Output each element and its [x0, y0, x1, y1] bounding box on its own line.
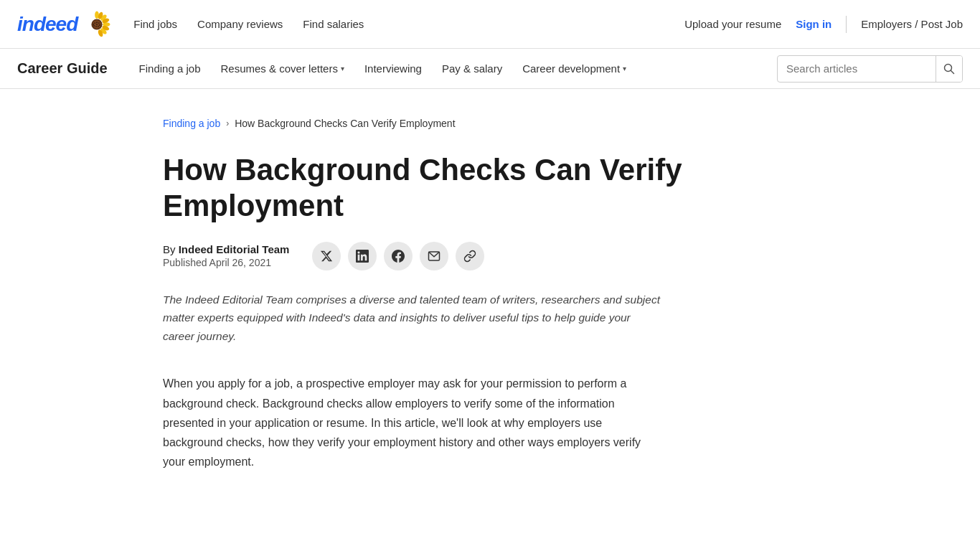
svg-point-12: [98, 22, 100, 24]
breadcrumb-current: How Background Checks Can Verify Employm…: [235, 118, 455, 129]
indeed-logo-text: indeed: [17, 13, 77, 36]
career-nav-links: Finding a job Resumes & cover letters ▾ …: [131, 57, 777, 80]
breadcrumb: Finding a job › How Background Checks Ca…: [163, 118, 817, 129]
career-nav: Career Guide Finding a job Resumes & cov…: [0, 49, 980, 89]
article-title: How Background Checks Can Verify Employm…: [163, 152, 701, 225]
resumes-dropdown-arrow: ▾: [341, 65, 344, 72]
search-icon: [943, 63, 955, 75]
main-content: Finding a job › How Background Checks Ca…: [0, 89, 980, 514]
nav-find-salaries[interactable]: Find salaries: [303, 18, 364, 30]
svg-point-14: [98, 25, 99, 27]
copy-link-button[interactable]: [456, 242, 484, 270]
share-email-button[interactable]: [420, 242, 448, 270]
top-nav-links: Find jobs Company reviews Find salaries: [133, 18, 684, 30]
twitter-icon: [320, 250, 333, 263]
breadcrumb-link[interactable]: Finding a job: [163, 118, 220, 129]
nav-find-jobs[interactable]: Find jobs: [133, 18, 177, 30]
top-nav: indeed: [0, 0, 980, 49]
linkedin-icon: [356, 250, 369, 263]
search-button[interactable]: [936, 55, 962, 83]
nav-career-development[interactable]: Career development ▾: [514, 57, 635, 80]
employers-link[interactable]: Employers / Post Job: [861, 18, 963, 30]
share-linkedin-button[interactable]: [348, 242, 377, 270]
search-input[interactable]: [778, 62, 936, 75]
published-date: Published April 26, 2021: [163, 257, 289, 268]
svg-point-16: [93, 24, 95, 26]
svg-point-13: [99, 24, 100, 26]
share-twitter-button[interactable]: [312, 242, 341, 270]
share-facebook-button[interactable]: [384, 242, 413, 270]
nav-interviewing[interactable]: Interviewing: [356, 57, 430, 80]
svg-point-15: [95, 25, 97, 27]
svg-point-18: [96, 24, 98, 25]
sign-in-link[interactable]: Sign in: [796, 18, 831, 30]
svg-point-11: [96, 22, 98, 23]
author-name: By Indeed Editorial Team: [163, 243, 289, 255]
career-dev-dropdown-arrow: ▾: [623, 65, 626, 72]
nav-company-reviews[interactable]: Company reviews: [197, 18, 283, 30]
article-body: When you apply for a job, a prospective …: [163, 374, 665, 471]
logo[interactable]: indeed: [17, 11, 110, 38]
nav-resumes[interactable]: Resumes & cover letters ▾: [212, 57, 353, 80]
editorial-note: The Indeed Editorial Team comprises a di…: [163, 291, 665, 346]
body-paragraph-1: When you apply for a job, a prospective …: [163, 374, 665, 471]
social-buttons: [312, 242, 484, 270]
career-guide-title: Career Guide: [17, 60, 108, 77]
author-social-row: By Indeed Editorial Team Published April…: [163, 242, 817, 270]
upload-resume-link[interactable]: Upload your resume: [684, 18, 781, 30]
svg-line-20: [951, 70, 954, 73]
email-icon: [428, 250, 440, 263]
svg-point-17: [93, 24, 95, 25]
svg-point-10: [94, 22, 95, 24]
link-icon: [463, 250, 476, 263]
search-box: [777, 55, 963, 83]
top-nav-right: Upload your resume Sign in Employers / P…: [684, 16, 963, 33]
facebook-icon: [392, 250, 405, 263]
sunflower-icon: [83, 11, 110, 38]
breadcrumb-separator: ›: [226, 118, 229, 128]
author-info: By Indeed Editorial Team Published April…: [163, 243, 289, 268]
nav-pay-salary[interactable]: Pay & salary: [433, 57, 511, 80]
nav-divider: [846, 16, 847, 33]
nav-finding-a-job[interactable]: Finding a job: [131, 57, 209, 80]
